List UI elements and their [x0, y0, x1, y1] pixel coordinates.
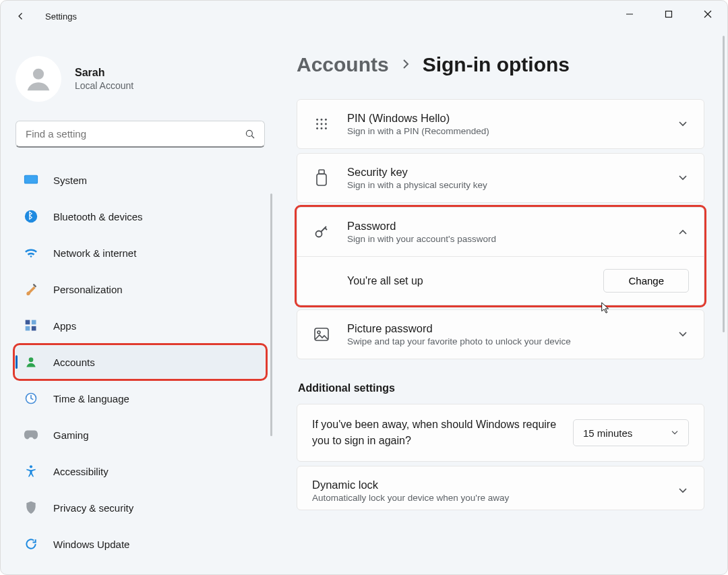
- main-scrollbar[interactable]: [723, 36, 725, 332]
- breadcrumb: Accounts Sign-in options: [297, 53, 704, 76]
- password-status-text: You're all set up: [347, 275, 603, 287]
- svg-point-14: [29, 357, 34, 362]
- dropdown-value: 15 minutes: [583, 427, 632, 439]
- paintbrush-icon: [24, 282, 38, 297]
- wifi-icon: [24, 245, 38, 260]
- chevron-down-icon: [677, 118, 689, 130]
- svg-rect-10: [26, 320, 30, 325]
- option-title: Dynamic lock: [312, 479, 661, 491]
- svg-rect-11: [32, 320, 36, 325]
- svg-point-5: [246, 130, 252, 136]
- option-subtitle: Swipe and tap your favorite photo to unl…: [347, 336, 661, 346]
- back-arrow-icon: [15, 10, 27, 22]
- close-button[interactable]: [688, 1, 727, 28]
- maximize-button[interactable]: [649, 1, 688, 28]
- svg-point-30: [317, 331, 320, 334]
- close-icon: [704, 10, 712, 18]
- svg-rect-8: [25, 176, 37, 183]
- additional-settings-heading: Additional settings: [298, 382, 704, 394]
- accessibility-icon: [24, 464, 38, 479]
- sidebar-item-accessibility[interactable]: Accessibility: [16, 455, 265, 487]
- password-expanded-panel: You're all set up Change: [297, 256, 704, 305]
- window-controls: [610, 1, 727, 28]
- search-icon: [244, 128, 256, 140]
- search-input[interactable]: [24, 127, 244, 140]
- change-password-button[interactable]: Change: [603, 269, 689, 293]
- option-subtitle: Sign in with your account's password: [347, 234, 661, 244]
- away-dropdown[interactable]: 15 minutes: [573, 419, 689, 446]
- sidebar-item-label: Accounts: [53, 357, 95, 368]
- chevron-down-icon: [677, 172, 689, 184]
- profile-name: Sarah: [75, 67, 133, 79]
- sidebar-item-label: Network & internet: [53, 247, 136, 259]
- sidebar-item-apps[interactable]: Apps: [16, 309, 265, 342]
- sidebar-item-label: Personalization: [53, 284, 123, 295]
- sidebar-item-network[interactable]: Network & internet: [16, 237, 265, 269]
- svg-point-16: [30, 465, 32, 468]
- option-subtitle: Automatically lock your device when you'…: [312, 493, 661, 503]
- option-picture-password[interactable]: Picture password Swipe and tap your favo…: [297, 309, 704, 359]
- svg-rect-29: [315, 328, 328, 340]
- svg-point-4: [33, 69, 44, 80]
- svg-rect-1: [666, 11, 672, 18]
- svg-rect-12: [26, 326, 30, 331]
- svg-point-19: [325, 119, 327, 121]
- bluetooth-icon: [24, 209, 38, 224]
- person-icon: [23, 63, 54, 94]
- sidebar-item-label: Gaming: [53, 429, 89, 441]
- chevron-down-icon: [671, 430, 679, 435]
- option-title: PIN (Windows Hello): [347, 112, 661, 125]
- back-button[interactable]: [13, 8, 29, 24]
- sidebar-item-label: Time & language: [53, 393, 129, 404]
- svg-point-21: [321, 123, 323, 125]
- usb-key-icon: [312, 169, 331, 187]
- window-title: Settings: [45, 11, 77, 22]
- breadcrumb-current: Sign-in options: [423, 53, 570, 76]
- profile-block[interactable]: Sarah Local Account: [16, 56, 274, 102]
- away-description: If you've been away, when should Windows…: [312, 417, 573, 449]
- sidebar-item-system[interactable]: System: [16, 164, 265, 196]
- svg-rect-26: [319, 170, 324, 174]
- picture-icon: [312, 325, 331, 344]
- svg-rect-13: [32, 326, 36, 331]
- key-icon: [312, 222, 331, 241]
- shield-icon: [24, 500, 38, 515]
- avatar: [16, 56, 61, 102]
- sidebar-item-accounts[interactable]: Accounts: [16, 346, 265, 378]
- option-title: Security key: [347, 166, 661, 179]
- update-icon: [24, 537, 38, 551]
- minimize-button[interactable]: [610, 1, 649, 28]
- chevron-down-icon: [677, 328, 689, 340]
- svg-point-23: [316, 127, 318, 129]
- search-box[interactable]: [16, 121, 265, 148]
- svg-point-20: [316, 123, 318, 125]
- chevron-down-icon: [677, 485, 689, 497]
- sidebar-item-label: Windows Update: [53, 539, 129, 550]
- monitor-icon: [24, 173, 38, 187]
- option-pin[interactable]: PIN (Windows Hello) Sign in with a PIN (…: [297, 99, 704, 149]
- sidebar-scrollbar[interactable]: [270, 193, 272, 436]
- option-dynamic-lock[interactable]: Dynamic lock Automatically lock your dev…: [297, 466, 704, 510]
- gamepad-icon: [24, 427, 38, 442]
- sidebar-item-label: Privacy & security: [53, 502, 133, 514]
- sidebar-item-privacy[interactable]: Privacy & security: [16, 491, 265, 524]
- sidebar-item-time-language[interactable]: Time & language: [16, 382, 265, 415]
- chevron-up-icon: [677, 226, 689, 238]
- option-security-key[interactable]: Security key Sign in with a physical sec…: [297, 153, 704, 203]
- account-icon: [24, 355, 38, 369]
- sidebar-item-update[interactable]: Windows Update: [16, 528, 265, 560]
- chevron-right-icon: [401, 57, 411, 73]
- svg-point-24: [321, 127, 323, 129]
- sidebar-item-bluetooth[interactable]: Bluetooth & devices: [16, 200, 265, 233]
- breadcrumb-parent[interactable]: Accounts: [297, 53, 389, 76]
- svg-point-18: [321, 119, 323, 121]
- svg-point-17: [316, 119, 318, 121]
- sidebar-item-gaming[interactable]: Gaming: [16, 419, 265, 451]
- sidebar-item-label: System: [53, 175, 87, 186]
- option-password[interactable]: Password Sign in with your account's pas…: [297, 207, 704, 305]
- main-panel: Accounts Sign-in options PIN (Windows He…: [274, 32, 727, 574]
- sidebar-item-label: Apps: [53, 320, 76, 332]
- maximize-icon: [665, 10, 673, 18]
- option-subtitle: Sign in with a physical security key: [347, 180, 661, 190]
- sidebar-item-personalization[interactable]: Personalization: [16, 273, 265, 305]
